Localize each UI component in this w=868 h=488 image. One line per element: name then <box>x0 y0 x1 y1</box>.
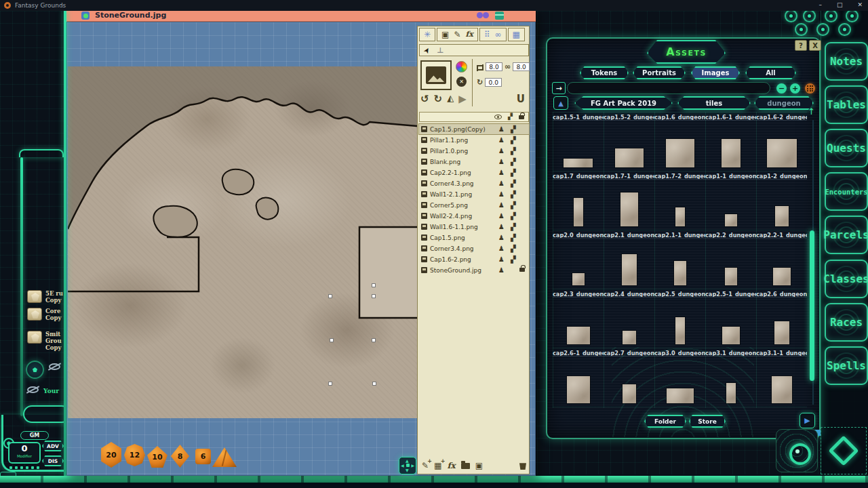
toolbar-circle-icon[interactable] <box>785 9 797 22</box>
share-icon[interactable] <box>495 12 504 20</box>
color-picker-icon[interactable] <box>456 61 467 73</box>
layer-grid-icon[interactable]: ▞ <box>511 137 516 144</box>
asset-tile[interactable]: cap1.5-1_dungeo <box>553 112 604 171</box>
asset-tile-thumbnail[interactable] <box>775 206 789 226</box>
gm-identity-label[interactable]: GM <box>20 431 49 440</box>
asset-tile-thumbnail[interactable] <box>675 317 685 344</box>
layer-token-icon[interactable]: ♟ <box>498 245 505 252</box>
layer-row[interactable]: Cap2.2-1.png♟▞ <box>419 167 529 178</box>
folder-up-button[interactable]: ▲ <box>553 96 568 110</box>
layer-image-thumbnail[interactable] <box>426 66 446 84</box>
toolbar-circle-icon[interactable] <box>846 9 859 22</box>
asset-tile[interactable]: cap1.7-1_dungeo <box>604 171 654 230</box>
asset-tile-thumbnail[interactable] <box>622 254 637 285</box>
close-button[interactable]: ✕ <box>857 1 863 8</box>
sidebar-item-quests[interactable]: Quests <box>825 129 868 167</box>
dice-tower-icon[interactable] <box>26 361 44 379</box>
tab-tokens[interactable]: Tokens <box>580 66 629 79</box>
minimize-button[interactable]: – <box>818 1 822 8</box>
asset-tile[interactable]: cap3.0_dungeon <box>654 348 705 407</box>
trash-icon[interactable] <box>519 462 526 470</box>
layer-grid-icon[interactable]: ▞ <box>511 126 516 133</box>
asset-tile-thumbnail[interactable] <box>667 388 694 403</box>
asset-tile-thumbnail[interactable] <box>574 198 583 226</box>
pointers-tool-icon[interactable]: ⠿ <box>484 30 490 39</box>
maximize-button[interactable]: □ <box>837 1 843 8</box>
layer-token-icon[interactable]: ♟ <box>498 191 505 198</box>
scroll-up-icon[interactable]: ↑ <box>808 106 815 117</box>
map-window-titlebar[interactable]: StoneGround.jpg <box>66 9 536 22</box>
asset-tile[interactable]: cap2.2-1_dungeo <box>756 230 807 289</box>
folder-button[interactable]: Folder <box>644 415 686 428</box>
folder-icon[interactable] <box>461 463 470 469</box>
asset-tile[interactable]: cap2.7_dungeon <box>604 348 654 407</box>
layer-token-icon[interactable]: ♟ <box>498 169 505 176</box>
sidebar-item-encounters[interactable]: Encounters <box>825 172 868 211</box>
asset-filter-input[interactable] <box>567 82 770 94</box>
bottom-hotbar[interactable] <box>0 474 868 488</box>
layer-token-icon[interactable]: ♟ <box>498 202 505 209</box>
selection-handle[interactable] <box>372 283 376 287</box>
asset-tile-thumbnail[interactable] <box>620 192 638 226</box>
asset-tile-thumbnail[interactable] <box>675 207 685 226</box>
tab-all[interactable]: All <box>745 66 796 79</box>
layer-grid-icon[interactable]: ▞ <box>511 224 516 230</box>
sidebar-item-races[interactable]: Races <box>825 303 868 342</box>
asset-tile-thumbnail[interactable] <box>722 139 741 167</box>
pan-map-control[interactable]: ▲ ▼ ◀ ▶ <box>399 457 416 474</box>
asset-tile[interactable]: cap2.1_dungeon <box>604 230 654 289</box>
width-input[interactable] <box>486 62 502 71</box>
store-button[interactable]: Store <box>689 415 726 428</box>
hidden-roll-icon[interactable] <box>49 363 60 370</box>
flip-icon[interactable]: ◭ <box>447 93 454 105</box>
breadcrumb-art-pack[interactable]: FG Art Pack 2019 <box>574 96 673 110</box>
breadcrumb-dungeon[interactable]: dungeon <box>754 96 814 110</box>
modifier-box[interactable]: 0 Modifier <box>8 442 41 464</box>
asset-tile[interactable]: cap3.1_dungeon <box>705 348 756 407</box>
advantage-button[interactable]: ADV <box>42 441 64 451</box>
tab-images[interactable]: Images <box>691 66 740 79</box>
layer-token-icon[interactable]: ♟ <box>498 256 505 263</box>
layer-token-icon[interactable]: ♟ <box>498 235 505 241</box>
sidebar-item-classes[interactable]: Classes <box>825 260 868 298</box>
layer-row[interactable]: Corner5.png♟▞ <box>419 200 529 210</box>
layer-row[interactable]: Cap1.5.png(Copy)♟▞ <box>419 124 529 134</box>
layer-row[interactable]: Wall2-2.4.png♟▞ <box>419 211 529 221</box>
layer-token-icon[interactable]: ♟ <box>498 126 505 133</box>
sidebar-item-tables[interactable]: Tables <box>825 85 868 124</box>
asset-tile-thumbnail[interactable] <box>725 214 737 226</box>
layer-lock-icon[interactable] <box>519 268 525 272</box>
selection-handle[interactable] <box>372 382 376 386</box>
duplicate-icon[interactable]: ▣ <box>475 461 483 470</box>
close-panel-button[interactable]: X <box>809 40 821 51</box>
radial-dial-button[interactable] <box>776 429 818 472</box>
disadvantage-button[interactable]: DIS <box>42 455 64 466</box>
breadcrumb-tiles[interactable]: tiles <box>677 96 751 110</box>
asset-tile[interactable]: cap2.3_dungeon <box>553 289 604 348</box>
delete-layer-icon[interactable]: ✕ <box>456 77 467 87</box>
mask-tool-icon[interactable]: ∞ <box>495 30 502 39</box>
select-tool-icon[interactable]: ➤ <box>422 45 433 55</box>
asset-tile[interactable]: cap3.1-1_dungeo <box>756 348 807 407</box>
asset-tile[interactable]: cap1-2_dungeon <box>756 171 807 230</box>
add-drawing-icon[interactable]: ✎ <box>422 461 429 470</box>
layer-grid-icon[interactable]: ▞ <box>511 202 516 209</box>
asset-tile-thumbnail[interactable] <box>623 384 636 403</box>
layer-row[interactable]: Corner3.4.png♟▞ <box>419 243 529 253</box>
layer-grid-icon[interactable]: ▞ <box>511 256 516 263</box>
redo-icon[interactable]: ↻ <box>434 93 443 105</box>
toolbar-circle-icon[interactable] <box>803 9 816 22</box>
toolbar-circle-icon[interactable] <box>825 9 837 22</box>
asset-tile-thumbnail[interactable] <box>567 327 590 344</box>
snap-magnet-icon[interactable]: U <box>517 93 525 105</box>
asset-tile-thumbnail[interactable] <box>572 273 585 285</box>
layer-grid-icon[interactable]: ▞ <box>511 235 516 241</box>
zoom-in-button[interactable]: + <box>790 83 800 94</box>
asset-tile-thumbnail[interactable] <box>772 376 792 403</box>
layer-row[interactable]: Wall1.6-1.1.png♟▞ <box>419 222 529 232</box>
asset-tile-thumbnail[interactable] <box>615 148 644 167</box>
asset-tile-thumbnail[interactable] <box>564 159 593 167</box>
asset-tile-thumbnail[interactable] <box>567 376 590 403</box>
layer-token-icon[interactable]: ♟ <box>498 137 505 144</box>
draw-tool-icon[interactable]: ✎ <box>454 30 460 39</box>
